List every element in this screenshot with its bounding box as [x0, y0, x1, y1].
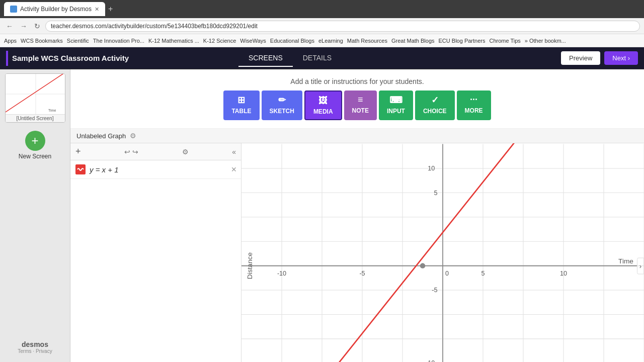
note-label: NOTE	[352, 107, 369, 114]
expr-header: + ↩ ↪ ⚙ «	[70, 143, 241, 160]
nav-details[interactable]: DETAILS	[293, 50, 342, 67]
bookmark-innovation[interactable]: The Innovation Pro...	[93, 38, 144, 44]
svg-text:-10: -10	[277, 270, 286, 277]
svg-text:10: 10	[428, 165, 435, 172]
next-button[interactable]: Next ›	[604, 51, 638, 65]
bookmark-chrome[interactable]: Chrome Tips	[489, 38, 520, 44]
more-icon: ···	[470, 95, 477, 105]
bookmark-k12sci[interactable]: K-12 Science	[203, 38, 236, 44]
graph-header-settings-icon[interactable]: ⚙	[130, 132, 136, 140]
svg-text:5: 5	[481, 270, 485, 277]
svg-line-2	[6, 74, 65, 112]
desmos-icon-svg	[76, 165, 85, 173]
expression-settings-button[interactable]: ⚙	[182, 148, 189, 156]
header-actions: Preview Next ›	[561, 51, 638, 65]
bookmark-wiseways[interactable]: WiseWays	[240, 38, 266, 44]
content-top: Add a title or instructions for your stu…	[70, 69, 644, 129]
svg-text:-10: -10	[426, 359, 435, 362]
graph-main: + ↩ ↪ ⚙ «	[70, 143, 644, 362]
sketch-label: SKETCH	[270, 108, 294, 115]
bookmark-greatmath[interactable]: Great Math Blogs	[391, 38, 435, 44]
more-label: MORE	[465, 107, 483, 114]
thumb-label: [Untitled Screen]	[6, 114, 65, 122]
app-header: Sample WCS Classroom Activity SCREENS DE…	[0, 47, 644, 69]
browser-tab-bar: Activity Builder by Desmos ✕ +	[0, 0, 644, 18]
expression-item: y = x + 1 ✕	[70, 160, 241, 179]
collapse-button[interactable]: «	[232, 148, 236, 156]
bookmark-wcs[interactable]: WCS Bookmarks	[21, 38, 63, 44]
new-screen-icon: +	[25, 131, 45, 151]
add-expression-button[interactable]: +	[75, 146, 81, 157]
graph-header: Unlabeled Graph ⚙	[70, 129, 644, 143]
address-bar[interactable]	[45, 21, 640, 32]
component-buttons: ⊞ TABLE ✏ SKETCH 🖼 MEDIA ≡ NOTE ⌨ INP	[78, 90, 636, 120]
bookmark-k12math[interactable]: K-12 Mathematics ...	[148, 38, 199, 44]
browser-nav-bar: ← → ↻	[0, 18, 644, 34]
back-button[interactable]: ←	[4, 21, 15, 31]
bookmark-mathres[interactable]: Math Resources	[347, 38, 387, 44]
graph-svg: -10 -5 5 10 0 10 5 -5 -10 Distance Tim	[242, 143, 644, 362]
svg-text:10: 10	[560, 270, 567, 277]
svg-text:Distance: Distance	[246, 252, 254, 279]
bookmark-elearning[interactable]: eLearning	[318, 38, 343, 44]
media-icon: 🖼	[318, 96, 328, 106]
sketch-icon: ✏	[278, 95, 286, 106]
table-button[interactable]: ⊞ TABLE	[223, 90, 259, 120]
input-button[interactable]: ⌨ INPUT	[379, 90, 413, 120]
media-button[interactable]: 🖼 MEDIA	[304, 90, 342, 120]
input-icon: ⌨	[389, 95, 403, 106]
note-button[interactable]: ≡ NOTE	[344, 90, 377, 120]
choice-icon: ✓	[431, 95, 439, 106]
more-button[interactable]: ··· MORE	[457, 90, 491, 120]
bookmark-more[interactable]: » Other bookm...	[525, 38, 566, 44]
table-label: TABLE	[231, 108, 251, 115]
bookmark-edblogs[interactable]: Educational Blogs	[270, 38, 314, 44]
app-title: Sample WCS Classroom Activity	[12, 54, 129, 62]
close-tab-button[interactable]: ✕	[95, 6, 99, 13]
svg-text:Time: Time	[48, 109, 56, 112]
new-screen-button[interactable]: + New Screen	[5, 127, 65, 164]
thumb-graph-svg: Distan Time	[6, 74, 65, 114]
choice-label: CHOICE	[423, 108, 447, 115]
note-icon: ≡	[358, 95, 363, 105]
refresh-button[interactable]: ↻	[32, 21, 42, 31]
sketch-button[interactable]: ✏ SKETCH	[262, 90, 302, 120]
tab-favicon	[10, 6, 17, 13]
redo-button[interactable]: ↪	[132, 148, 138, 156]
bookmark-scientific[interactable]: Scientific	[67, 38, 89, 44]
screen-thumbnail[interactable]: Distan Time [Untitled Screen]	[5, 73, 65, 123]
tab-title: Activity Builder by Desmos	[20, 6, 92, 13]
graph-canvas[interactable]: -10 -5 5 10 0 10 5 -5 -10 Distance Tim	[242, 143, 644, 362]
footer-terms-sidebar[interactable]: Terms	[18, 348, 31, 354]
desmos-footer-logo: desmos	[22, 340, 48, 348]
svg-point-40	[420, 263, 426, 268]
undo-button[interactable]: ↩	[124, 148, 130, 156]
expression-close-button[interactable]: ✕	[231, 165, 237, 173]
expression-color-icon	[75, 164, 86, 174]
bookmark-ecu[interactable]: ECU Blog Partners	[439, 38, 486, 44]
svg-text:Time: Time	[618, 257, 633, 265]
active-tab[interactable]: Activity Builder by Desmos ✕	[4, 2, 105, 16]
svg-text:-5: -5	[432, 287, 437, 294]
media-label: MEDIA	[313, 108, 333, 115]
bookmark-apps[interactable]: Apps	[4, 38, 17, 44]
table-icon: ⊞	[237, 95, 245, 106]
instruction-text: Add a title or instructions for your stu…	[78, 77, 636, 85]
choice-button[interactable]: ✓ CHOICE	[415, 90, 455, 120]
thumb-content: Distan Time	[6, 74, 65, 114]
preview-button[interactable]: Preview	[561, 51, 600, 65]
svg-text:5: 5	[434, 190, 437, 197]
sidebar: Distan Time [Untitled Screen] + New Scre…	[0, 69, 70, 362]
footer-privacy-sidebar[interactable]: Privacy	[36, 348, 52, 354]
expression-text[interactable]: y = x + 1	[90, 165, 236, 174]
header-logo-bar	[6, 51, 8, 66]
svg-text:0: 0	[445, 270, 449, 277]
graph-panel: Unlabeled Graph ⚙ + ↩ ↪ ⚙ «	[70, 129, 644, 362]
forward-button[interactable]: →	[18, 21, 29, 31]
new-tab-button[interactable]: +	[108, 5, 113, 14]
header-nav: SCREENS DETAILS	[238, 50, 342, 67]
scroll-right-arrow[interactable]: ›	[637, 257, 644, 274]
nav-screens[interactable]: SCREENS	[238, 50, 293, 67]
expression-list: + ↩ ↪ ⚙ «	[70, 143, 242, 362]
main-layout: Distan Time [Untitled Screen] + New Scre…	[0, 69, 644, 362]
